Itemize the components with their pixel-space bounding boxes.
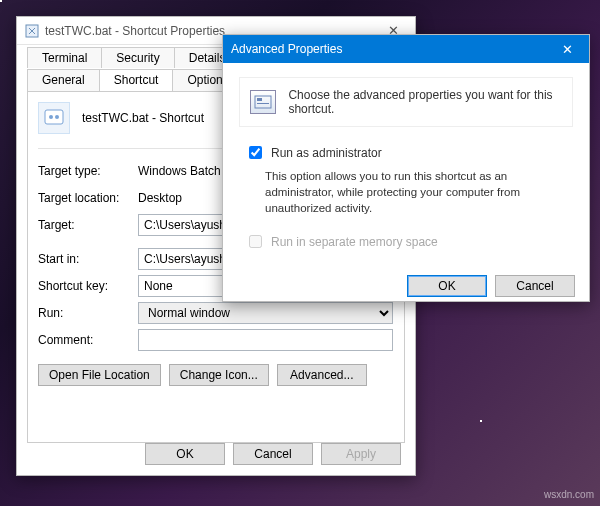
tab-shortcut[interactable]: Shortcut bbox=[99, 69, 174, 91]
svg-rect-6 bbox=[257, 103, 269, 104]
svg-point-2 bbox=[49, 115, 53, 119]
label-comment: Comment: bbox=[38, 333, 138, 347]
comment-input[interactable] bbox=[138, 329, 393, 351]
run-as-admin-description: This option allows you to run this short… bbox=[265, 168, 567, 216]
cancel-button[interactable]: Cancel bbox=[233, 443, 313, 465]
tab-security[interactable]: Security bbox=[101, 47, 174, 68]
tab-terminal[interactable]: Terminal bbox=[27, 47, 102, 68]
label-target-location: Target location: bbox=[38, 191, 138, 205]
svg-rect-1 bbox=[45, 110, 63, 124]
separate-memory-label: Run in separate memory space bbox=[271, 235, 438, 249]
ok-button[interactable]: OK bbox=[145, 443, 225, 465]
file-header-label: testTWC.bat - Shortcut bbox=[82, 111, 204, 125]
label-run: Run: bbox=[38, 306, 138, 320]
watermark: wsxdn.com bbox=[544, 489, 594, 500]
label-shortcut-key: Shortcut key: bbox=[38, 279, 138, 293]
run-as-admin-label: Run as administrator bbox=[271, 146, 382, 160]
advanced-dialog-icon bbox=[250, 90, 276, 114]
advanced-title: Advanced Properties bbox=[231, 42, 545, 56]
separate-memory-input bbox=[249, 235, 262, 248]
label-target: Target: bbox=[38, 218, 138, 232]
svg-rect-4 bbox=[255, 96, 271, 108]
properties-footer: OK Cancel Apply bbox=[17, 443, 415, 465]
separate-memory-checkbox: Run in separate memory space bbox=[245, 232, 573, 251]
advanced-footer: OK Cancel bbox=[223, 267, 589, 309]
advanced-button[interactable]: Advanced... bbox=[277, 364, 367, 386]
label-start-in: Start in: bbox=[38, 252, 138, 266]
advanced-close-button[interactable]: ✕ bbox=[545, 35, 589, 63]
open-file-location-button[interactable]: Open File Location bbox=[38, 364, 161, 386]
advanced-body: Choose the advanced properties you want … bbox=[223, 63, 589, 267]
file-type-icon bbox=[38, 102, 70, 134]
svg-point-3 bbox=[55, 115, 59, 119]
apply-button: Apply bbox=[321, 443, 401, 465]
advanced-titlebar[interactable]: Advanced Properties ✕ bbox=[223, 35, 589, 63]
label-target-type: Target type: bbox=[38, 164, 138, 178]
advanced-properties-dialog: Advanced Properties ✕ Choose the advance… bbox=[222, 34, 590, 302]
advanced-intro-text: Choose the advanced properties you want … bbox=[288, 88, 562, 116]
tab-general[interactable]: General bbox=[27, 69, 100, 91]
advanced-ok-button[interactable]: OK bbox=[407, 275, 487, 297]
window-icon bbox=[25, 24, 39, 38]
advanced-cancel-button[interactable]: Cancel bbox=[495, 275, 575, 297]
svg-rect-5 bbox=[257, 98, 262, 101]
run-as-admin-checkbox[interactable]: Run as administrator bbox=[245, 143, 573, 162]
change-icon-button[interactable]: Change Icon... bbox=[169, 364, 269, 386]
run-as-admin-input[interactable] bbox=[249, 146, 262, 159]
